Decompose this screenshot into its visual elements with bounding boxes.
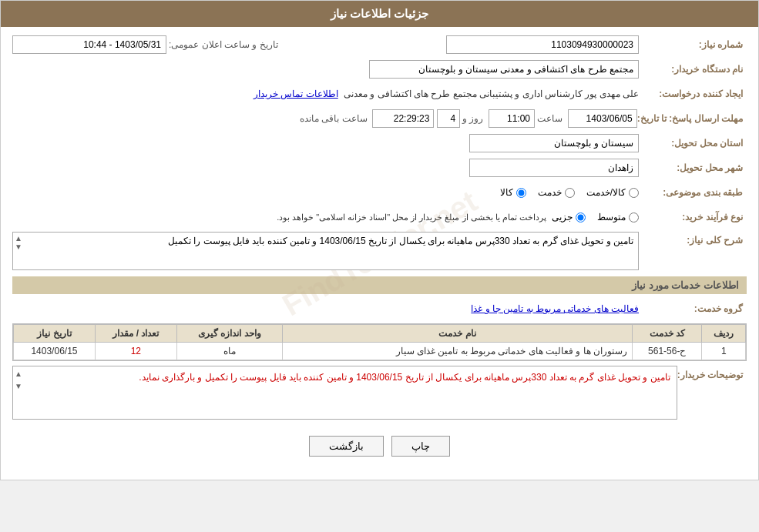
purchase-type-label: نوع فرآیند خرید: bbox=[639, 212, 747, 223]
contact-link[interactable]: اطلاعات تماس خریدار bbox=[254, 89, 338, 99]
print-button[interactable]: چاپ bbox=[391, 436, 450, 457]
buyer-org-row: نام دستگاه خریدار: مجتمع طرح های اکتشافی… bbox=[12, 59, 747, 79]
category-radio-group: کالا/خدمت خدمت کالا bbox=[500, 187, 639, 198]
buyer-description-value: تامین و تحویل غذای گرم به تعداد 330پرس م… bbox=[139, 372, 670, 383]
purchase-type-radio-group: متوسط جزیی bbox=[552, 212, 639, 223]
service-group-label: گروه خدمت: bbox=[639, 303, 747, 314]
description-scroll-arrows: ▲▼ bbox=[15, 368, 22, 393]
main-content: FindTender.net شماره نیاز: 1103094930000… bbox=[1, 27, 758, 480]
table-header-row: ردیف کد خدمت نام خدمت واحد اندازه گیری ت… bbox=[14, 325, 746, 343]
table-row: 1 ح-56-561 رستوران ها و فعالیت های خدمات… bbox=[14, 343, 746, 360]
back-button[interactable]: بازگشت bbox=[309, 436, 384, 457]
cell-unit: ماه bbox=[176, 343, 282, 360]
response-days: 4 bbox=[437, 109, 460, 128]
purchase-partial-option[interactable]: جزیی bbox=[552, 212, 586, 223]
col-unit: واحد اندازه گیری bbox=[176, 325, 282, 343]
announce-datetime-label: تاریخ و ساعت اعلان عمومی: bbox=[169, 39, 278, 50]
response-remaining-label: ساعت باقی مانده bbox=[300, 113, 368, 124]
need-summary-container: تامین و تحویل غذای گرم به تعداد 330پرس م… bbox=[12, 232, 639, 270]
services-table: ردیف کد خدمت نام خدمت واحد اندازه گیری ت… bbox=[13, 324, 746, 360]
need-summary-row: شرح کلی نیاز: تامین و تحویل غذای گرم به … bbox=[12, 232, 747, 270]
col-service-code: کد خدمت bbox=[633, 325, 702, 343]
delivery-city-label: شهر محل تحویل: bbox=[639, 162, 747, 173]
purchase-medium-option[interactable]: متوسط bbox=[597, 212, 639, 223]
service-group-value[interactable]: فعالیت های خدماتی مربوط به تامین جا و غذ… bbox=[471, 303, 639, 314]
delivery-city-value: زاهدان bbox=[469, 159, 639, 177]
buyer-org-label: نام دستگاه خریدار: bbox=[639, 64, 747, 75]
category-service-option[interactable]: خدمت bbox=[538, 187, 575, 198]
cell-service-name: رستوران ها و فعالیت های خدماتی مربوط به … bbox=[282, 343, 632, 360]
response-time: 11:00 bbox=[489, 109, 535, 128]
response-time-label: ساعت bbox=[537, 113, 563, 124]
response-deadline-row: مهلت ارسال پاسخ: تا تاریخ: 1403/06/05 سا… bbox=[12, 109, 747, 129]
cell-need-date: 1403/06/15 bbox=[14, 343, 96, 360]
category-goods-label: کالا bbox=[500, 187, 513, 198]
buyer-description-box: تامین و تحویل غذای گرم به تعداد 330پرس م… bbox=[12, 366, 677, 420]
category-goods-service-label: کالا/خدمت bbox=[586, 187, 626, 198]
need-number-row: شماره نیاز: 1103094930000023 تاریخ و ساع… bbox=[12, 35, 747, 55]
response-remaining: 22:29:23 bbox=[372, 109, 434, 128]
response-date: 1403/06/05 bbox=[568, 109, 637, 128]
category-row: طبقه بندی موضوعی: کالا/خدمت خدمت کالا bbox=[12, 182, 747, 202]
purchase-note: پرداخت تمام یا بخشی از مبلغ خریدار از مح… bbox=[277, 212, 546, 223]
page-title: جزئیات اطلاعات نیاز bbox=[331, 7, 428, 20]
col-need-date: تاریخ نیاز bbox=[14, 325, 96, 343]
need-number-value: 1103094930000023 bbox=[446, 35, 639, 54]
col-row-num: ردیف bbox=[702, 325, 746, 343]
purchase-type-row: نوع فرآیند خرید: متوسط جزیی پرداخت تمام … bbox=[12, 207, 747, 227]
category-goods-radio[interactable] bbox=[516, 188, 526, 198]
response-days-label: روز و bbox=[462, 113, 483, 124]
buyer-description-row: توضیحات خریدار: تامین و تحویل غذای گرم ب… bbox=[12, 366, 747, 420]
services-table-section: ردیف کد خدمت نام خدمت واحد اندازه گیری ت… bbox=[12, 323, 747, 361]
delivery-province-value: سیستان و بلوچستان bbox=[469, 134, 639, 152]
page-header: جزئیات اطلاعات نیاز bbox=[1, 1, 758, 27]
delivery-province-row: استان محل تحویل: سیستان و بلوچستان bbox=[12, 133, 747, 153]
announce-datetime-value: 1403/05/31 - 10:44 bbox=[12, 35, 166, 54]
col-service-name: نام خدمت bbox=[282, 325, 632, 343]
purchase-partial-radio[interactable] bbox=[576, 212, 586, 223]
creator-label: ایجاد کننده درخواست: bbox=[639, 89, 747, 99]
creator-row: ایجاد کننده درخواست: علی مهدی پور کارشنا… bbox=[12, 84, 747, 104]
response-deadline-label: مهلت ارسال پاسخ: تا تاریخ: bbox=[637, 113, 747, 124]
category-service-radio[interactable] bbox=[565, 188, 575, 198]
delivery-city-row: شهر محل تحویل: زاهدان bbox=[12, 158, 747, 178]
services-section-header: اطلاعات خدمات مورد نیاز bbox=[12, 276, 747, 294]
purchase-partial-label: جزیی bbox=[552, 212, 573, 223]
need-summary-value: تامین و تحویل غذای گرم به تعداد 330پرس م… bbox=[12, 232, 639, 270]
creator-value: علی مهدی پور کارشناس اداری و پشتیبانی مج… bbox=[344, 89, 639, 99]
category-goods-option[interactable]: کالا bbox=[500, 187, 526, 198]
bottom-buttons: چاپ بازگشت bbox=[12, 424, 747, 472]
category-goods-service-option[interactable]: کالا/خدمت bbox=[586, 187, 639, 198]
cell-row-num: 1 bbox=[702, 343, 746, 360]
delivery-province-label: استان محل تحویل: bbox=[639, 138, 747, 149]
category-goods-service-radio[interactable] bbox=[629, 188, 639, 198]
purchase-medium-radio[interactable] bbox=[629, 212, 639, 223]
cell-quantity: 12 bbox=[95, 343, 176, 360]
col-quantity: تعداد / مقدار bbox=[95, 325, 176, 343]
cell-service-code: ح-56-561 bbox=[633, 343, 702, 360]
category-label: طبقه بندی موضوعی: bbox=[639, 187, 747, 198]
page-wrapper: جزئیات اطلاعات نیاز FindTender.net شماره… bbox=[0, 0, 759, 480]
buyer-org-value: مجتمع طرح های اکتشافی و معدنی سیستان و ب… bbox=[369, 60, 639, 79]
service-group-row: گروه خدمت: فعالیت های خدماتی مربوط به تا… bbox=[12, 299, 747, 319]
scroll-arrows: ▲▼ bbox=[15, 234, 22, 251]
purchase-medium-label: متوسط bbox=[597, 212, 626, 223]
category-service-label: خدمت bbox=[538, 187, 562, 198]
need-summary-text: تامین و تحویل غذای گرم به تعداد 330پرس م… bbox=[168, 236, 633, 246]
buyer-description-label: توضیحات خریدار: bbox=[677, 370, 747, 380]
need-number-label: شماره نیاز: bbox=[639, 39, 747, 50]
need-summary-label: شرح کلی نیاز: bbox=[639, 232, 747, 246]
